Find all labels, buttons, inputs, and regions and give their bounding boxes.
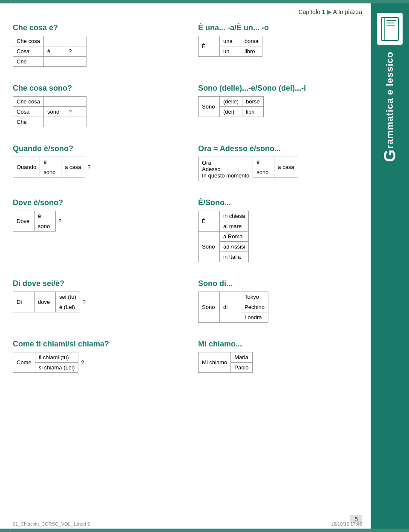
- cell: a Roma: [220, 232, 249, 242]
- svg-rect-2: [386, 20, 396, 21]
- cell: Maria: [231, 352, 252, 363]
- cell-dove2: dove: [35, 292, 56, 312]
- cell: sono: [35, 221, 56, 232]
- right-sidebar: Grammatica e lessico: [371, 0, 409, 532]
- cell-mi-chiamo: Mi chiamo: [199, 352, 231, 373]
- table-row: Cosa sono ?: [13, 107, 86, 117]
- cell: ad Assisi: [220, 242, 249, 252]
- cell: [65, 117, 86, 127]
- table-row: Mi chiamo Maria: [199, 352, 253, 363]
- col-e-una: È una... -a/È un... -o È una borsa un li…: [198, 23, 366, 67]
- table-row: Che: [13, 57, 86, 67]
- section-title-che-cosa-sono: Che cosa sono?: [13, 84, 181, 93]
- table-row: Sono di Tokyo: [199, 292, 268, 302]
- table-che-cosa-sono: Che cosa Cosa sono ? Che: [13, 96, 86, 127]
- table-che-cosa-e: Che cosa Cosa è ? Che: [13, 36, 86, 67]
- cell: un: [220, 46, 241, 57]
- main-content: Che cosa è? Che cosa Cosa è ? Che: [13, 23, 366, 515]
- svg-rect-3: [386, 23, 394, 23]
- cell: sono: [253, 167, 274, 177]
- sidebar-icon-container: Grammatica e lessico: [371, 9, 409, 162]
- cell: (delle): [220, 97, 242, 107]
- footer-right: 12/10/15 17:46: [331, 521, 362, 526]
- col-ora-adesso: Ora = Adesso è/sono... OraAdessoIn quest…: [198, 144, 366, 181]
- section-title-mi-chiamo: Mi chiamo...: [198, 340, 366, 349]
- cell: Che: [13, 57, 44, 67]
- sidebar-main-text: rammatica e lessico: [384, 51, 395, 149]
- chapter-arrow: ▶: [327, 9, 331, 15]
- chapter-header: Capitolo 1 ▶ A In piazza: [298, 9, 362, 15]
- table-row: OraAdessoIn questo momento è a casa: [199, 157, 298, 167]
- table-quando: Quando è a casa ? sono: [13, 157, 106, 177]
- table-row: È in chiesa: [199, 211, 249, 221]
- cell: sono: [40, 167, 61, 177]
- table-row: È una borsa: [199, 36, 262, 46]
- cell: Pechino: [241, 302, 268, 312]
- cell: è: [253, 157, 274, 167]
- cell-acasa: a casa: [61, 157, 85, 177]
- top-bar: [0, 0, 409, 3]
- cell: (dei): [220, 107, 242, 117]
- cell: sei (tu): [56, 292, 80, 302]
- cell: Cosa: [13, 107, 44, 117]
- table-row: Cosa è ?: [13, 46, 86, 57]
- cell: al mare: [220, 221, 249, 232]
- chapter-section: A In piazza: [333, 9, 363, 15]
- cell: ?: [65, 107, 86, 117]
- cell-sono3: Sono: [199, 292, 220, 323]
- section-title-che-cosa-e: Che cosa è?: [13, 23, 181, 32]
- cell: Tokyo: [241, 292, 268, 302]
- section-title-quando: Quando è/sono?: [13, 144, 181, 153]
- cell-di2: di: [220, 292, 241, 323]
- cell-e2: È: [199, 211, 220, 232]
- cell: [43, 36, 65, 46]
- row-2: Che cosa sono? Che cosa Cosa sono ? Che: [13, 84, 366, 127]
- row-6: Come ti chiami/si chiama? Come ti chiami…: [13, 340, 366, 373]
- table-dove: Dove è ? sono: [13, 211, 77, 232]
- cell: [43, 97, 65, 107]
- table-row: Che: [13, 117, 86, 127]
- table-row: Che cosa: [13, 97, 86, 107]
- col-che-cosa-sono: Che cosa sono? Che cosa Cosa sono ? Che: [13, 84, 181, 127]
- cell: è: [40, 157, 61, 167]
- cell: libro: [241, 46, 262, 57]
- svg-rect-4: [386, 25, 395, 26]
- cell-question3: ?: [80, 292, 101, 312]
- table-row: Che cosa: [13, 36, 86, 46]
- section-title-sono-di: Sono di...: [198, 279, 366, 288]
- table-e-sono-dots: È in chiesa al mare Sono a Roma ad Assis…: [198, 211, 249, 262]
- section-title-ora-adesso: Ora = Adesso è/sono...: [198, 144, 366, 153]
- cell: [65, 36, 86, 46]
- table-row: Dove è ?: [13, 211, 77, 221]
- col-sono-delle: Sono (delle)...-e/Sono (dei)...-i Sono (…: [198, 84, 366, 127]
- table-row: Come ti chiami (tu) ?: [13, 352, 100, 363]
- table-sono-delle: Sono (delle) borse (dei) libri: [198, 96, 264, 117]
- section-title-e-una: È una... -a/È un... -o: [198, 23, 366, 32]
- sidebar-text-container: Grammatica e lessico: [382, 51, 398, 162]
- row-4: Dove è/sono? Dove è ? sono È/Sono... È i…: [13, 198, 366, 262]
- table-come-chiami: Come ti chiami (tu) ? si chiama (Lei): [13, 352, 100, 373]
- cell: ?: [65, 46, 86, 57]
- col-di-dove: Di dove sei/è? Di dove sei (tu) ? è (Lei…: [13, 279, 181, 323]
- row-5: Di dove sei/è? Di dove sei (tu) ? è (Lei…: [13, 279, 366, 323]
- cell: in chiesa: [220, 211, 249, 221]
- table-mi-chiamo: Mi chiamo Maria Paolo: [198, 352, 253, 373]
- cell: è: [35, 211, 56, 221]
- cell: [43, 57, 65, 67]
- col-e-sono-dots: È/Sono... È in chiesa al mare Sono a Rom…: [198, 198, 366, 262]
- cell-dove: Dove: [13, 211, 35, 232]
- section-title-dove: Dove è/sono?: [13, 198, 181, 207]
- cell-question4: ?: [78, 352, 100, 373]
- table-row: Quando è a casa ?: [13, 157, 107, 167]
- cell-sono: Sono: [199, 97, 220, 117]
- footer-left: 01_Chiuchiu_CORSO_VOL_1.indd 5: [13, 521, 90, 526]
- cell: [43, 117, 65, 127]
- cell: Cosa: [13, 46, 44, 57]
- table-row: Sono (delle) borse: [199, 97, 264, 107]
- table-e-una: È una borsa un libro: [198, 36, 262, 57]
- cell-di: Di: [13, 292, 35, 312]
- section-title-sono-delle: Sono (delle)...-e/Sono (dei)...-i: [198, 84, 366, 93]
- cell-question2: ?: [56, 211, 77, 232]
- chapter-number: 1: [322, 9, 325, 15]
- cell-e: È: [199, 36, 220, 57]
